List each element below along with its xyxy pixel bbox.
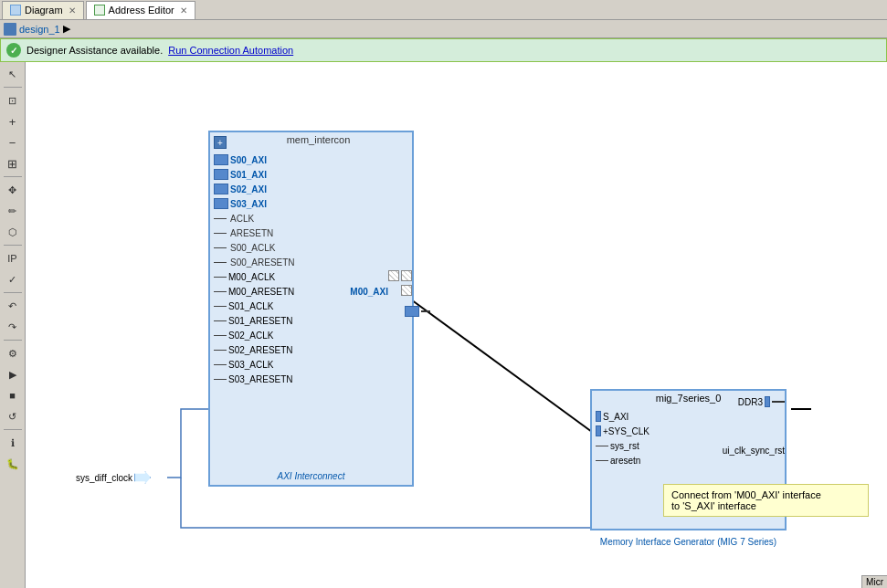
status-text: Micr — [866, 577, 883, 587]
tab-bar: Diagram ✕ Address Editor ✕ — [0, 0, 887, 20]
port-S03-AXI: S03_AXI — [210, 196, 416, 211]
diagram-canvas[interactable]: + mem_intercon S00_AXI S01_AXI S02_AXI — [26, 62, 887, 588]
mig-port-S-AXI: S_AXI — [592, 409, 788, 424]
tool-settings[interactable]: ⚙ — [3, 343, 23, 363]
banner-info-icon: ✓ — [6, 43, 21, 58]
tool-redo[interactable]: ↷ — [3, 317, 23, 337]
port-S00-AXI: S00_AXI — [210, 152, 416, 167]
tool-undo[interactable]: ↶ — [3, 296, 23, 316]
left-toolbar: ↖ ⊡ + − ⊞ ✥ ✏ ⬡ IP ✓ ↶ ↷ ⚙ ▶ ■ ↺ ℹ 🐛 — [0, 62, 26, 588]
port-ACLK: ACLK — [210, 211, 416, 226]
mig-port-ui-clk: ui_clk_sync_rst — [723, 446, 785, 456]
tool-validate[interactable]: ✓ — [3, 269, 23, 289]
port-S03-ARESETN: S03_ARESETN — [210, 372, 416, 386]
mem-intercon-ports: S00_AXI S01_AXI S02_AXI S03_AXI ACL — [210, 152, 416, 386]
port-S02-ACLK: S02_ACLK — [210, 328, 416, 342]
port-M00-ACLK: M00_ACLK — [210, 269, 416, 284]
breadcrumb-icon — [4, 23, 16, 36]
tool-refresh[interactable]: ↺ — [3, 406, 23, 426]
banner: ✓ Designer Assistance available. Run Con… — [0, 38, 887, 62]
clock-label: sys_diff_clock — [76, 473, 132, 483]
toolbar-sep-1 — [4, 87, 22, 88]
tool-add-ip[interactable]: IP — [3, 248, 23, 268]
tool-zoom-in[interactable]: + — [3, 111, 23, 131]
mem-intercon-block[interactable]: + mem_intercon S00_AXI S01_AXI S02_AXI — [208, 131, 414, 487]
port-S00-ACLK: S00_ACLK — [210, 240, 416, 255]
toolbar-sep-2 — [4, 176, 22, 177]
run-connection-automation-link[interactable]: Run Connection Automation — [168, 45, 293, 56]
mem-intercon-title: mem_intercon — [210, 132, 412, 147]
svg-line-0 — [405, 295, 592, 432]
tool-stop[interactable]: ■ — [3, 385, 23, 405]
tool-run[interactable]: ▶ — [3, 364, 23, 384]
port-M00-ARESETN-row: M00_ARESETN M00_AXI — [210, 284, 416, 299]
editor-tab-icon — [94, 5, 105, 16]
mem-intercon-sublabel: AXI Interconnect — [210, 471, 412, 481]
port-S01-AXI: S01_AXI — [210, 167, 416, 182]
tool-info[interactable]: ℹ — [3, 433, 23, 453]
tool-select[interactable]: ↖ — [3, 64, 23, 84]
tooltip-line2: to 'S_AXI' interface — [671, 500, 861, 511]
port-S02-ARESETN: S02_ARESETN — [210, 342, 416, 357]
M00-AXI-right-connector[interactable] — [405, 306, 430, 317]
breadcrumb: design_1 ▶ — [0, 20, 887, 38]
tab-address-editor-label: Address Editor — [109, 5, 174, 16]
port-ARESETN: ARESETN — [210, 226, 416, 240]
clock-port-icon[interactable] — [134, 471, 151, 484]
port-S02-AXI: S02_AXI — [210, 182, 416, 196]
port-S01-ARESETN: S01_ARESETN — [210, 313, 416, 328]
toolbar-sep-3 — [4, 245, 22, 246]
tab-diagram[interactable]: Diagram ✕ — [2, 1, 84, 19]
mig-ports: S_AXI +SYS_CLK sys_rst aresetn DDR3 — [592, 409, 788, 467]
tab-address-editor[interactable]: Address Editor ✕ — [86, 1, 195, 19]
tool-zoom-out[interactable]: − — [3, 132, 23, 152]
port-M00-AXI-outer: S01_ACLK — [210, 299, 416, 313]
main-area: ↖ ⊡ + − ⊞ ✥ ✏ ⬡ IP ✓ ↶ ↷ ⚙ ▶ ■ ↺ ℹ 🐛 — [0, 62, 887, 588]
tooltip-line1: Connect from 'M00_AXI' interface — [671, 489, 861, 500]
toolbar-sep-6 — [4, 429, 22, 430]
tab-diagram-close[interactable]: ✕ — [69, 5, 76, 16]
port-S00-ARESETN: S00_ARESETN — [210, 255, 416, 269]
tool-zoom-area[interactable]: ⊡ — [3, 90, 23, 110]
port-S03-ACLK: S03_ACLK — [210, 357, 416, 372]
tab-diagram-label: Diagram — [25, 5, 63, 16]
mem-intercon-expand-btn[interactable]: + — [214, 136, 227, 149]
toolbar-sep-4 — [4, 292, 22, 293]
status-bar: Micr — [861, 575, 887, 588]
tab-address-editor-close[interactable]: ✕ — [180, 5, 187, 16]
tool-connect[interactable]: ⬡ — [3, 222, 23, 242]
tooltip-box: Connect from 'M00_AXI' interface to 'S_A… — [663, 484, 869, 517]
tool-hand[interactable]: ✥ — [3, 180, 23, 200]
diagram-tab-icon — [10, 5, 21, 16]
breadcrumb-path[interactable]: design_1 — [19, 24, 60, 35]
sys-diff-clock-block: sys_diff_clock — [76, 471, 151, 484]
tool-debug[interactable]: 🐛 — [3, 454, 23, 474]
banner-text: Designer Assistance available. — [26, 45, 163, 56]
mig-sublabel: Memory Interface Generator (MIG 7 Series… — [592, 537, 785, 547]
tool-pencil[interactable]: ✏ — [3, 201, 23, 221]
tool-fit[interactable]: ⊞ — [3, 153, 23, 173]
mig-port-DDR3: DDR3 — [738, 396, 785, 407]
toolbar-sep-5 — [4, 340, 22, 341]
breadcrumb-arrow: ▶ — [63, 23, 70, 35]
mig-port-SYS-CLK: +SYS_CLK — [592, 424, 788, 438]
